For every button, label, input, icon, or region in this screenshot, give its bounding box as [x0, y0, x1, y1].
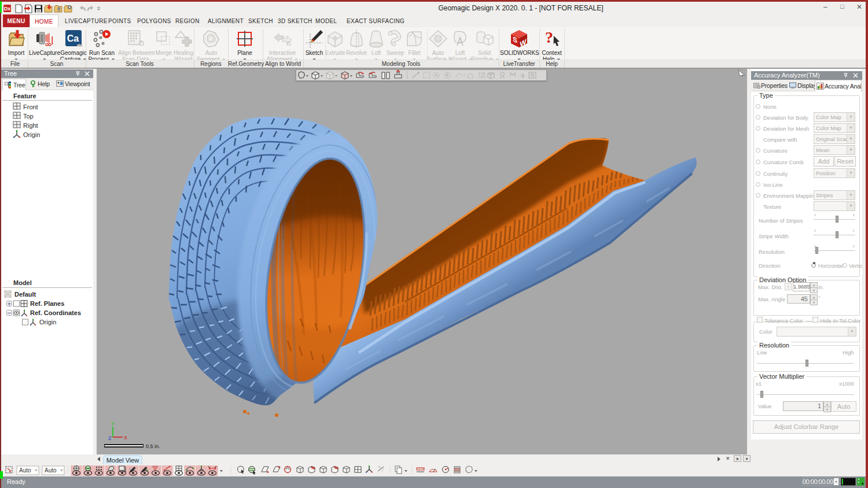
svg-text:0.5 in.: 0.5 in.	[146, 443, 160, 449]
svg-text:X: X	[124, 435, 127, 441]
svg-text:Y: Y	[111, 421, 115, 427]
svg-text:Z: Z	[108, 435, 112, 441]
svg-text:Ca: Ca	[67, 34, 79, 43]
svg-text:Auto: Auto	[45, 467, 57, 474]
svg-text:Dx: Dx	[4, 6, 11, 12]
svg-text:?: ?	[545, 29, 553, 46]
svg-text:Auto: Auto	[19, 467, 31, 474]
